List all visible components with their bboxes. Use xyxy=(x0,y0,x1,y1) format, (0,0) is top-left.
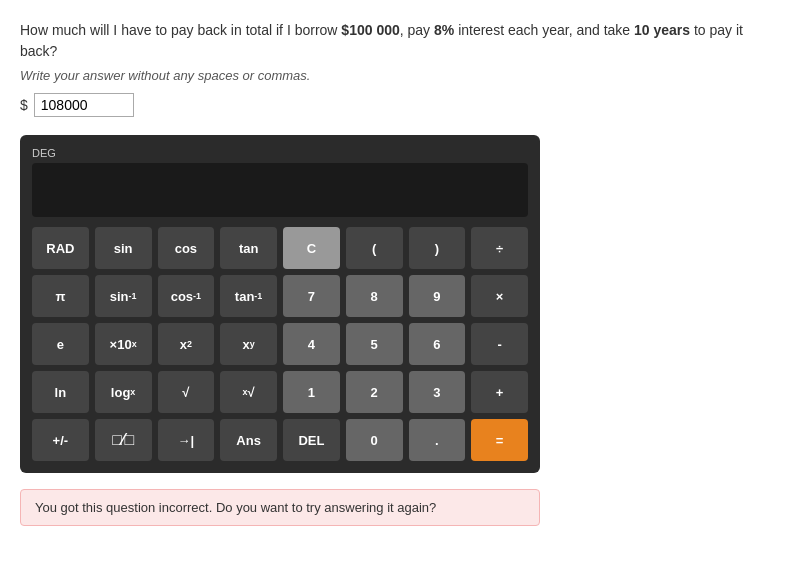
btn-0[interactable]: 0 xyxy=(346,419,403,461)
btn-1[interactable]: 1 xyxy=(283,371,340,413)
btn-del[interactable]: DEL xyxy=(283,419,340,461)
btn-ans[interactable]: Ans xyxy=(220,419,277,461)
btn-tan-inv[interactable]: tan-1 xyxy=(220,275,277,317)
btn-clear[interactable]: C xyxy=(283,227,340,269)
question-text: How much will I have to pay back in tota… xyxy=(20,20,780,62)
btn-sin-inv[interactable]: sin-1 xyxy=(95,275,152,317)
btn-tan[interactable]: tan xyxy=(220,227,277,269)
btn-8[interactable]: 8 xyxy=(346,275,403,317)
calc-row-5: +/- □⁄□ →| Ans DEL 0 . = xyxy=(32,419,528,461)
btn-x-power-y[interactable]: xy xyxy=(220,323,277,365)
btn-times10x[interactable]: ×10x xyxy=(95,323,152,365)
btn-e[interactable]: e xyxy=(32,323,89,365)
btn-logx[interactable]: logx xyxy=(95,371,152,413)
btn-pi[interactable]: π xyxy=(32,275,89,317)
calculator: DEG RAD sin cos tan C ( ) ÷ π sin-1 cos-… xyxy=(20,135,540,473)
btn-4[interactable]: 4 xyxy=(283,323,340,365)
calc-row-2: π sin-1 cos-1 tan-1 7 8 9 × xyxy=(32,275,528,317)
btn-5[interactable]: 5 xyxy=(346,323,403,365)
calc-display-area: DEG xyxy=(32,147,528,217)
deg-label: DEG xyxy=(32,147,528,159)
btn-9[interactable]: 9 xyxy=(409,275,466,317)
btn-sin[interactable]: sin xyxy=(95,227,152,269)
answer-input[interactable] xyxy=(34,93,134,117)
btn-subtract[interactable]: - xyxy=(471,323,528,365)
btn-3[interactable]: 3 xyxy=(409,371,466,413)
btn-open-paren[interactable]: ( xyxy=(346,227,403,269)
btn-add[interactable]: + xyxy=(471,371,528,413)
answer-row: $ xyxy=(20,93,780,117)
btn-decimal[interactable]: . xyxy=(409,419,466,461)
btn-xth-root[interactable]: x√ xyxy=(220,371,277,413)
instruction-text: Write your answer without any spaces or … xyxy=(20,68,780,83)
bold-interest: 8% xyxy=(434,22,454,38)
btn-x-squared[interactable]: x2 xyxy=(158,323,215,365)
btn-fraction[interactable]: □⁄□ xyxy=(95,419,152,461)
btn-plus-minus[interactable]: +/- xyxy=(32,419,89,461)
btn-ln[interactable]: ln xyxy=(32,371,89,413)
calc-row-4: ln logx √ x√ 1 2 3 + xyxy=(32,371,528,413)
bold-years: 10 years xyxy=(634,22,690,38)
btn-2[interactable]: 2 xyxy=(346,371,403,413)
dollar-sign: $ xyxy=(20,97,28,113)
btn-7[interactable]: 7 xyxy=(283,275,340,317)
btn-sqrt[interactable]: √ xyxy=(158,371,215,413)
btn-divide[interactable]: ÷ xyxy=(471,227,528,269)
btn-arrow[interactable]: →| xyxy=(158,419,215,461)
bold-amount: $100 000 xyxy=(341,22,399,38)
btn-cos-inv[interactable]: cos-1 xyxy=(158,275,215,317)
btn-close-paren[interactable]: ) xyxy=(409,227,466,269)
btn-multiply[interactable]: × xyxy=(471,275,528,317)
error-message: You got this question incorrect. Do you … xyxy=(20,489,540,526)
calc-buttons: RAD sin cos tan C ( ) ÷ π sin-1 cos-1 ta… xyxy=(32,227,528,461)
calc-screen xyxy=(32,163,528,217)
calc-row-1: RAD sin cos tan C ( ) ÷ xyxy=(32,227,528,269)
btn-6[interactable]: 6 xyxy=(409,323,466,365)
btn-rad[interactable]: RAD xyxy=(32,227,89,269)
calc-row-3: e ×10x x2 xy 4 5 6 - xyxy=(32,323,528,365)
btn-cos[interactable]: cos xyxy=(158,227,215,269)
btn-equals[interactable]: = xyxy=(471,419,528,461)
